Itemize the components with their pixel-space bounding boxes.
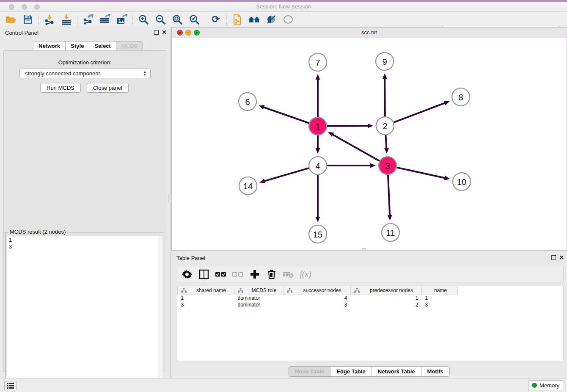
- task-history-button[interactable]: [4, 381, 17, 390]
- edge-1-2[interactable]: [327, 126, 369, 126]
- graph-node-10[interactable]: 10: [453, 173, 471, 190]
- edge-1-6[interactable]: [263, 107, 309, 123]
- open-session-button[interactable]: [3, 13, 19, 26]
- column-header-predecessor-nodes[interactable]: predecessor nodes: [351, 286, 422, 295]
- network-graph[interactable]: 7968124314101511: [172, 38, 567, 250]
- column-header-shared-name[interactable]: shared name: [178, 286, 234, 295]
- table-row[interactable]: 3dominator323: [178, 301, 458, 308]
- graph-node-3[interactable]: 3: [379, 157, 396, 174]
- column-header-name[interactable]: name: [422, 286, 458, 295]
- tab-network-table[interactable]: Network Table: [372, 367, 421, 376]
- horizontal-splitter-grip[interactable]: [362, 248, 366, 251]
- export-to-ndex-icon: [232, 14, 243, 25]
- zoom-fit-button[interactable]: [169, 13, 186, 26]
- close-table-panel-icon[interactable]: ✕: [559, 254, 564, 260]
- delete-column-button[interactable]: [266, 269, 277, 280]
- edge-4-14[interactable]: [264, 168, 308, 181]
- unselect-all-button[interactable]: [232, 269, 243, 280]
- node-label: 1: [315, 122, 320, 131]
- refresh-layout-icon: ⟳: [212, 14, 220, 24]
- select-all-button[interactable]: [215, 269, 226, 280]
- float-panel-icon[interactable]: [154, 30, 159, 35]
- tab-motifs[interactable]: Motifs: [421, 367, 449, 376]
- node-table: shared name MCDS role successor nodes pr…: [177, 286, 564, 361]
- table-panel-title: Table Panel: [176, 255, 205, 261]
- node-label: 8: [458, 93, 463, 102]
- edge-arrowhead: [368, 124, 373, 128]
- window-title: Session: New Session: [0, 3, 567, 10]
- run-mcds-button[interactable]: Run MCDS: [40, 83, 81, 93]
- network-window-titlebar[interactable]: ✕ − + scc.txt: [172, 28, 567, 38]
- memory-button[interactable]: Memory: [528, 380, 564, 390]
- delete-table-button[interactable]: [283, 269, 294, 280]
- optimization-criterion-select[interactable]: strongly connected component ▲▼: [19, 69, 151, 78]
- column-layout-icon: [199, 269, 209, 279]
- close-panel-icon[interactable]: ✕: [162, 29, 167, 35]
- graph-node-6[interactable]: 6: [239, 93, 256, 110]
- node-label: 3: [385, 161, 390, 171]
- refresh-layout-button[interactable]: ⟳: [207, 13, 224, 26]
- tab-style[interactable]: Style: [66, 41, 89, 50]
- edit-column-icon: [238, 288, 243, 293]
- show-graphics-details-icon: [283, 14, 294, 25]
- graph-node-7[interactable]: 7: [309, 53, 327, 71]
- unselect-all-icon: [232, 271, 243, 278]
- add-column-button[interactable]: [249, 269, 260, 280]
- result-scrollbar[interactable]: [158, 236, 162, 392]
- zoom-out-button[interactable]: [152, 13, 169, 26]
- column-header-mcds-role[interactable]: MCDS role: [234, 286, 284, 295]
- edge-arrowhead: [370, 163, 376, 168]
- export-table-button[interactable]: [96, 13, 113, 26]
- edge-arrowhead: [384, 148, 389, 154]
- function-builder-button[interactable]: f(x): [300, 269, 311, 280]
- zoom-in-button[interactable]: [135, 13, 152, 26]
- tab-node-table[interactable]: Node Table: [289, 367, 330, 376]
- export-network-button[interactable]: [80, 13, 96, 26]
- hide-details-button[interactable]: [263, 13, 280, 26]
- graph-node-11[interactable]: 11: [382, 224, 399, 241]
- edge-arrowhead: [316, 217, 320, 222]
- edit-column-icon: [354, 288, 360, 293]
- tab-select[interactable]: Select: [89, 41, 116, 50]
- edge-2-9[interactable]: [385, 78, 385, 116]
- tab-network[interactable]: Network: [33, 41, 66, 50]
- edge-2-3[interactable]: [385, 135, 386, 149]
- graph-node-2[interactable]: 2: [376, 117, 394, 135]
- close-panel-button[interactable]: Close panel: [87, 83, 129, 93]
- edge-arrowhead: [388, 215, 392, 221]
- table-panel: Table Panel ✕: [171, 252, 567, 378]
- table-row[interactable]: 1dominator411: [178, 295, 458, 301]
- export-image-icon: [116, 14, 127, 25]
- column-layout-button[interactable]: [198, 269, 209, 280]
- zoom-in-icon: [138, 14, 149, 25]
- tab-edge-table[interactable]: Edge Table: [330, 367, 372, 376]
- edge-3-1[interactable]: [332, 134, 380, 161]
- graph-node-1[interactable]: 1: [309, 117, 327, 135]
- graph-node-14[interactable]: 14: [239, 177, 257, 195]
- graph-node-4[interactable]: 4: [309, 157, 327, 174]
- import-table-button[interactable]: [58, 13, 75, 26]
- settings-gear-button[interactable]: [182, 269, 193, 280]
- import-network-button[interactable]: [41, 13, 58, 26]
- graph-node-15[interactable]: 15: [309, 225, 327, 243]
- save-session-button[interactable]: [19, 13, 36, 26]
- float-table-panel-icon[interactable]: [551, 255, 556, 260]
- tab-mcds[interactable]: MCDS: [116, 41, 143, 50]
- edge-arrowhead: [316, 74, 320, 80]
- titlebar[interactable]: Session: New Session: [0, 2, 567, 12]
- edge-2-8[interactable]: [394, 103, 446, 122]
- node-label: 6: [245, 97, 250, 107]
- graph-node-8[interactable]: 8: [452, 88, 470, 106]
- toolbar-separator: [77, 14, 77, 25]
- node-label: 2: [383, 121, 387, 131]
- zoom-selected-button[interactable]: [186, 13, 203, 26]
- edge-3-11[interactable]: [388, 175, 390, 216]
- column-header-successor-nodes[interactable]: successor nodes: [284, 286, 351, 295]
- export-to-ndex-button[interactable]: [229, 13, 246, 26]
- mcds-result-textarea[interactable]: 1 3: [7, 236, 158, 392]
- graph-node-9[interactable]: 9: [376, 52, 394, 70]
- edge-3-10[interactable]: [396, 168, 445, 178]
- show-graphics-details-button[interactable]: [280, 13, 297, 26]
- home-network-button[interactable]: [246, 13, 263, 26]
- export-image-button[interactable]: [113, 13, 130, 26]
